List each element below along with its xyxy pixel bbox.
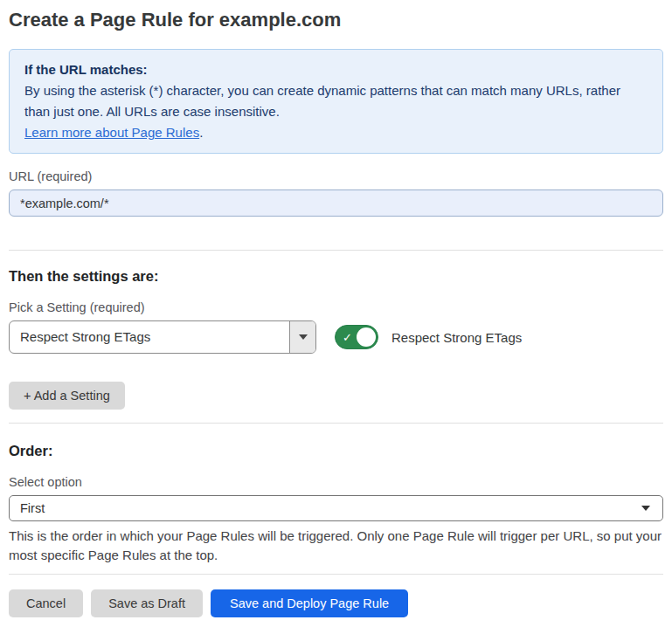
footer-actions: Cancel Save as Draft Save and Deploy Pag… [9,589,663,617]
create-page-rule-form: Create a Page Rule for example.com If th… [0,9,672,617]
url-match-info-box: If the URL matches: By using the asteris… [9,49,663,154]
pick-setting-label: Pick a Setting (required) [9,300,663,315]
info-box-body: By using the asterisk (*) character, you… [24,80,648,122]
setting-select-value: Respect Strong ETags [10,321,289,353]
link-period: . [199,125,203,140]
setting-select[interactable]: Respect Strong ETags [9,320,316,354]
add-setting-button[interactable]: + Add a Setting [9,382,125,410]
order-help-text: This is the order in which your Page Rul… [9,527,663,564]
learn-more-link[interactable]: Learn more about Page Rules [24,125,199,140]
divider [9,250,663,251]
info-box-heading: If the URL matches: [24,59,648,80]
etags-toggle-group: ✓ Respect Strong ETags [335,325,522,349]
order-select-value: First [20,501,45,515]
divider [9,423,663,424]
chevron-down-icon [299,334,308,340]
setting-row: Respect Strong ETags ✓ Respect Strong ET… [9,320,663,354]
check-icon: ✓ [343,332,352,343]
url-label: URL (required) [9,169,663,184]
select-option-label: Select option [9,475,663,490]
divider [9,574,663,575]
info-box-link-row: Learn more about Page Rules. [24,122,648,143]
save-deploy-button[interactable]: Save and Deploy Page Rule [211,589,408,617]
order-heading: Order: [9,442,663,459]
setting-select-arrow-button[interactable] [289,321,315,353]
url-input[interactable] [9,189,663,217]
toggle-knob [357,327,376,347]
order-select[interactable]: First [9,495,663,521]
etags-toggle[interactable]: ✓ [335,325,378,349]
settings-heading: Then the settings are: [9,267,663,285]
save-draft-button[interactable]: Save as Draft [91,589,203,617]
etags-toggle-label: Respect Strong ETags [391,330,522,345]
page-title: Create a Page Rule for example.com [9,9,663,31]
cancel-button[interactable]: Cancel [9,589,83,617]
chevron-down-icon [641,506,650,511]
